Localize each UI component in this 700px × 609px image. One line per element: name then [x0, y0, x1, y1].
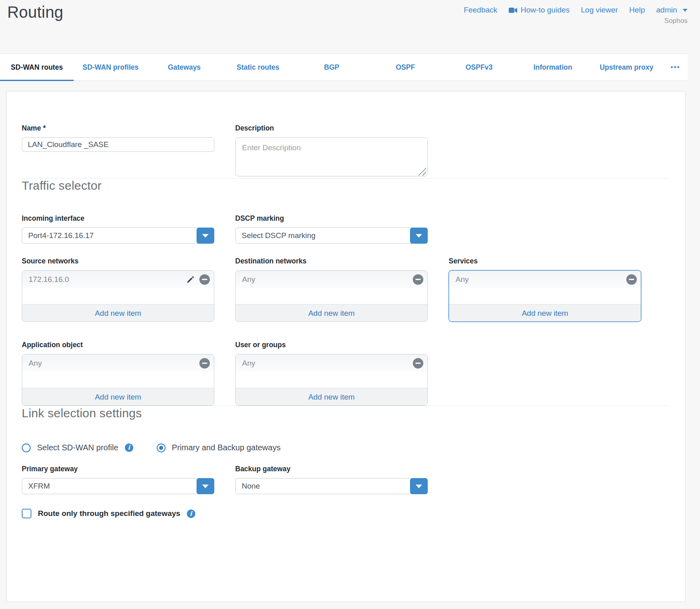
tab-upstream-proxy[interactable]: Upstream proxy	[590, 54, 663, 81]
source-networks-group: Source networks 172.16.16.0 Add new item	[22, 257, 214, 322]
feedback-link[interactable]: Feedback	[464, 6, 497, 14]
itembox-empty-area	[22, 288, 214, 304]
name-input[interactable]	[22, 137, 214, 152]
backup-gateway-label: Backup gateway	[235, 464, 428, 473]
radio-button[interactable]	[22, 443, 31, 452]
tab-static-routes[interactable]: Static routes	[221, 54, 295, 81]
remove-item-icon[interactable]	[413, 274, 423, 285]
tab-gateways[interactable]: Gateways	[147, 54, 221, 81]
itembox-empty-area	[236, 288, 427, 304]
list-item: Any	[236, 271, 427, 288]
destination-networks-box: Any Add new item	[235, 270, 428, 322]
dscp-marking-label: DSCP marking	[235, 214, 428, 223]
remove-item-icon[interactable]	[413, 358, 423, 369]
application-object-label: Application object	[22, 340, 214, 349]
primary-gateway-select[interactable]: XFRM	[22, 478, 214, 494]
backup-gateway-select[interactable]: None	[235, 478, 428, 494]
tab-sd-wan-routes[interactable]: SD-WAN routes	[0, 54, 74, 81]
remove-item-icon[interactable]	[199, 274, 210, 285]
add-destination-network-button[interactable]: Add new item	[236, 304, 427, 321]
remove-item-icon[interactable]	[199, 358, 210, 369]
name-field-group: Name*	[22, 124, 214, 152]
dscp-marking-group: DSCP marking Select DSCP marking	[235, 214, 428, 244]
user-or-groups-box: Any Add new item	[235, 354, 428, 406]
primary-backup-gateways-option[interactable]: Primary and Backup gateways	[157, 443, 281, 452]
tabs-overflow-button[interactable]: •••	[663, 54, 688, 81]
destination-networks-label: Destination networks	[235, 257, 428, 265]
list-item: Any	[449, 271, 641, 288]
link-selection-options: Select SD-WAN profile i Primary and Back…	[22, 443, 670, 452]
info-icon[interactable]: i	[125, 443, 133, 452]
brand-label: Sophos	[664, 17, 688, 25]
source-networks-label: Source networks	[22, 257, 214, 265]
application-object-box: Any Add new item	[22, 354, 214, 406]
user-or-groups-group: User or groups Any Add new item	[235, 340, 428, 406]
services-group: Services Any Add new item	[449, 257, 641, 322]
remove-item-icon[interactable]	[626, 274, 637, 285]
dscp-marking-select[interactable]: Select DSCP marking	[235, 228, 428, 244]
services-label: Services	[449, 257, 641, 265]
radio-button-selected[interactable]	[157, 443, 166, 452]
user-or-groups-label: User or groups	[235, 340, 428, 349]
info-icon[interactable]: i	[187, 510, 195, 518]
primary-gateway-label: Primary gateway	[22, 464, 214, 473]
description-field-group: Description	[235, 124, 428, 178]
tab-sd-wan-profiles[interactable]: SD-WAN profiles	[74, 54, 147, 81]
destination-networks-group: Destination networks Any Add new item	[235, 257, 428, 322]
required-asterisk: *	[43, 124, 46, 133]
itembox-empty-area	[236, 372, 427, 388]
list-item: 172.16.16.0	[22, 271, 214, 288]
tab-ospfv3[interactable]: OSPFv3	[442, 54, 516, 81]
chevron-down-icon[interactable]	[410, 228, 428, 244]
add-service-button[interactable]: Add new item	[449, 304, 641, 321]
incoming-interface-select[interactable]: Port4-172.16.16.17	[22, 228, 214, 244]
tab-bgp[interactable]: BGP	[295, 54, 369, 81]
chevron-down-icon[interactable]	[410, 478, 428, 494]
tab-bar: SD-WAN routes SD-WAN profiles Gateways S…	[0, 54, 688, 81]
itembox-empty-area	[22, 372, 214, 388]
description-label: Description	[235, 124, 428, 133]
add-application-object-button[interactable]: Add new item	[22, 388, 214, 405]
primary-gateway-group: Primary gateway XFRM	[22, 464, 214, 494]
incoming-interface-group: Incoming interface Port4-172.16.16.17	[22, 214, 214, 244]
list-item: Any	[236, 354, 427, 372]
page-title: Routing	[7, 3, 63, 21]
howto-guides-link[interactable]: How-to guides	[509, 6, 570, 14]
route-only-row: Route only through specified gateways i	[22, 509, 670, 518]
sd-wan-profile-option[interactable]: Select SD-WAN profile i	[22, 443, 133, 452]
application-object-group: Application object Any Add new item	[22, 340, 214, 406]
add-user-or-group-button[interactable]: Add new item	[236, 388, 427, 405]
traffic-selector-heading: Traffic selector	[22, 178, 670, 193]
top-navigation: Feedback How-to guides Log viewer Help a…	[464, 6, 688, 14]
chevron-down-icon[interactable]	[197, 228, 214, 244]
services-box: Any Add new item	[449, 270, 641, 322]
sd-wan-route-form-panel: Name* Description Traffic selector Incom…	[6, 91, 686, 602]
tab-information[interactable]: Information	[516, 54, 590, 81]
edit-pencil-icon[interactable]	[186, 275, 195, 284]
link-selection-heading: Link selection settings	[22, 406, 670, 420]
chevron-down-icon	[683, 9, 688, 12]
chevron-down-icon[interactable]	[197, 478, 214, 494]
list-item: Any	[22, 354, 214, 372]
admin-menu[interactable]: admin	[656, 6, 688, 14]
add-source-network-button[interactable]: Add new item	[22, 304, 214, 321]
itembox-empty-area	[449, 288, 641, 304]
help-link[interactable]: Help	[629, 6, 645, 14]
page-header: Routing Feedback How-to guides Log viewe…	[0, 0, 700, 54]
route-only-checkbox[interactable]	[22, 509, 31, 518]
log-viewer-link[interactable]: Log viewer	[581, 6, 618, 14]
incoming-interface-label: Incoming interface	[22, 214, 214, 223]
description-textarea[interactable]	[235, 137, 428, 176]
source-networks-box: 172.16.16.0 Add new item	[22, 270, 214, 322]
name-label: Name*	[22, 124, 214, 133]
video-camera-icon	[509, 7, 518, 13]
backup-gateway-group: Backup gateway None	[235, 464, 428, 494]
tab-ospf[interactable]: OSPF	[369, 54, 442, 81]
